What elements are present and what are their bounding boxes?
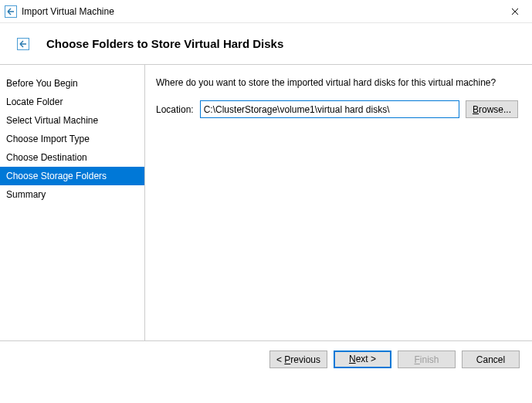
content: Where do you want to store the imported … <box>145 65 532 340</box>
window-title: Import Virtual Machine <box>22 6 114 17</box>
titlebar: Import Virtual Machine <box>0 0 532 23</box>
sidebar-item-label: Choose Storage Folders <box>6 171 107 181</box>
next-button[interactable]: Next > <box>334 351 391 368</box>
sidebar-item-label: Before You Begin <box>6 78 78 89</box>
cancel-button[interactable]: Cancel <box>462 351 520 368</box>
next-rest: ext > <box>356 354 376 364</box>
next-first: N <box>349 354 356 364</box>
browse-button[interactable]: Browse... <box>466 100 518 118</box>
browse-first: B <box>473 104 479 115</box>
location-label: Location: <box>156 104 194 115</box>
finish-first: F <box>414 354 419 365</box>
location-input[interactable] <box>200 100 459 118</box>
previous-button[interactable]: < Previous <box>269 351 327 368</box>
sidebar-item-before-you-begin[interactable]: Before You Begin <box>0 74 144 93</box>
sidebar-item-choose-import-type[interactable]: Choose Import Type <box>0 130 144 148</box>
sidebar-item-locate-folder[interactable]: Locate Folder <box>0 93 144 111</box>
cancel-label: Cancel <box>476 354 505 365</box>
sidebar-item-label: Select Virtual Machine <box>6 115 98 126</box>
finish-rest: inish <box>420 354 439 365</box>
wizard-header: Choose Folders to Store Virtual Hard Dis… <box>0 23 532 64</box>
previous-rest: revious <box>290 354 320 365</box>
close-icon <box>511 8 519 15</box>
location-row: Location: Browse... <box>156 100 518 118</box>
previous-prefix: < <box>276 354 284 365</box>
page-title: Choose Folders to Store Virtual Hard Dis… <box>46 37 283 50</box>
sidebar: Before You Begin Locate Folder Select Vi… <box>0 65 145 340</box>
import-icon <box>5 5 17 18</box>
wizard-footer: < Previous Next > Finish Cancel <box>0 340 532 378</box>
finish-button: Finish <box>398 351 456 368</box>
titlebar-left: Import Virtual Machine <box>5 5 114 18</box>
sidebar-item-label: Choose Destination <box>6 152 87 163</box>
sidebar-item-choose-destination[interactable]: Choose Destination <box>0 148 144 167</box>
browse-rest: rowse... <box>479 104 511 115</box>
sidebar-item-label: Summary <box>6 189 46 200</box>
prompt-text: Where do you want to store the imported … <box>156 77 518 88</box>
sidebar-item-summary[interactable]: Summary <box>0 185 144 204</box>
sidebar-item-label: Locate Folder <box>6 97 63 107</box>
sidebar-item-label: Choose Import Type <box>6 134 90 144</box>
import-icon <box>17 38 29 50</box>
wizard-body: Before You Begin Locate Folder Select Vi… <box>0 64 532 340</box>
close-button[interactable] <box>497 0 532 23</box>
sidebar-item-select-virtual-machine[interactable]: Select Virtual Machine <box>0 111 144 130</box>
sidebar-item-choose-storage-folders[interactable]: Choose Storage Folders <box>0 167 144 185</box>
